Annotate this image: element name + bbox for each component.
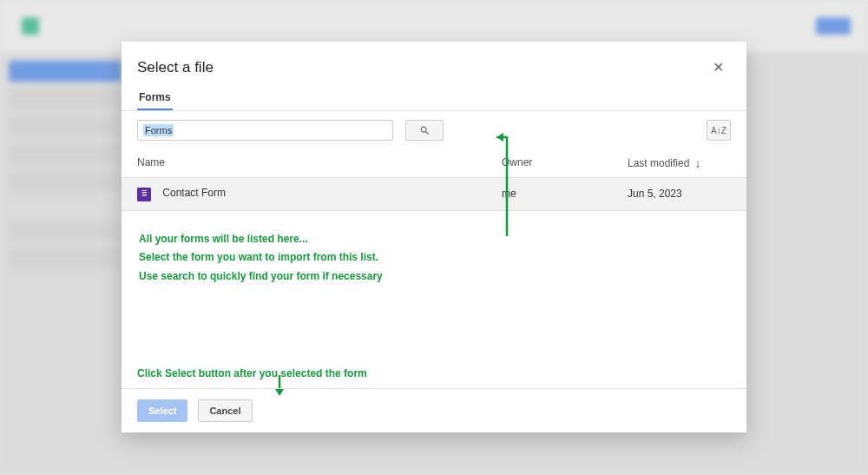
arrow-down-icon: ↓ bbox=[694, 156, 700, 170]
annotation-block: All your forms will be listed here... Se… bbox=[122, 211, 746, 295]
select-button[interactable]: Select bbox=[137, 399, 187, 422]
tab-forms[interactable]: Forms bbox=[137, 86, 173, 110]
search-icon bbox=[419, 125, 431, 136]
cell-modified: Jun 5, 2023 bbox=[628, 188, 731, 200]
column-header-name[interactable]: Name bbox=[137, 156, 502, 170]
dialog-footer: Select Cancel bbox=[122, 388, 746, 432]
file-picker-dialog: Select a file ✕ Forms Forms A↕Z Name Own… bbox=[122, 42, 746, 432]
search-button[interactable] bbox=[405, 120, 444, 141]
dialog-header: Select a file ✕ bbox=[122, 42, 746, 86]
column-header-modified[interactable]: Last modified ↓ bbox=[628, 156, 731, 170]
column-header-modified-label: Last modified bbox=[628, 157, 689, 169]
table-header: Name Owner Last modified ↓ bbox=[122, 149, 746, 178]
tabs-bar: Forms bbox=[122, 86, 746, 110]
annotation-line-1: All your forms will be listed here... bbox=[139, 230, 729, 249]
sort-icon: A↕Z bbox=[711, 126, 727, 135]
sort-button[interactable]: A↕Z bbox=[707, 120, 731, 141]
close-button[interactable]: ✕ bbox=[706, 56, 731, 79]
forms-icon: ≣ bbox=[137, 188, 151, 201]
annotation-bottom: Click Select button after you selected t… bbox=[137, 365, 367, 384]
table-row[interactable]: ≣ Contact Form me Jun 5, 2023 bbox=[122, 178, 746, 211]
annotation-line-3: Use search to quickly find your form if … bbox=[139, 267, 729, 287]
file-name: Contact Form bbox=[162, 187, 226, 199]
cancel-button[interactable]: Cancel bbox=[198, 399, 252, 422]
search-row: Forms A↕Z bbox=[122, 111, 746, 149]
search-input[interactable]: Forms bbox=[137, 120, 393, 141]
cell-owner: me bbox=[502, 188, 628, 200]
cell-name: ≣ Contact Form bbox=[137, 187, 502, 201]
column-header-owner[interactable]: Owner bbox=[502, 156, 628, 170]
annotation-line-2: Select the form you want to import from … bbox=[139, 248, 729, 267]
annotation-bottom-wrap: Click Select button after you selected t… bbox=[137, 365, 367, 384]
search-input-value: Forms bbox=[143, 124, 174, 136]
dialog-title: Select a file bbox=[137, 59, 214, 76]
